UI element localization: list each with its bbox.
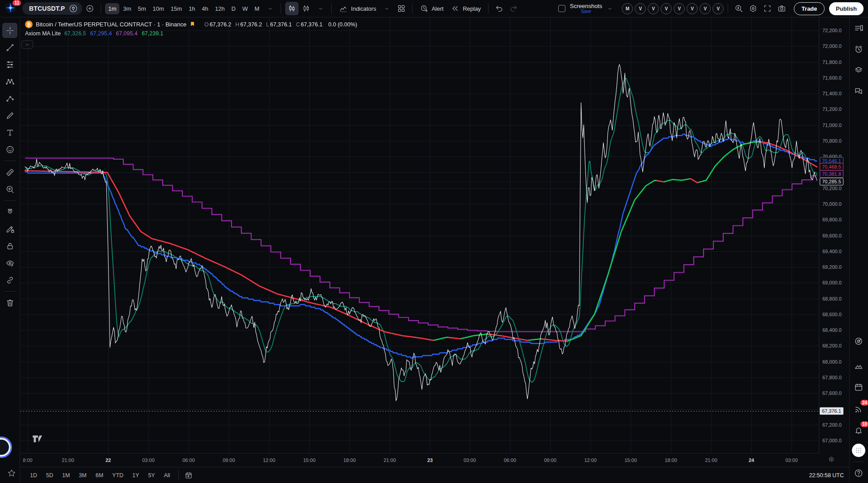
apps-button[interactable] bbox=[852, 444, 865, 457]
legend-collapse-button[interactable] bbox=[21, 40, 33, 49]
help-button[interactable] bbox=[852, 467, 865, 479]
link-icon bbox=[5, 275, 15, 285]
trend-line-tool[interactable] bbox=[2, 40, 17, 55]
screener-button[interactable] bbox=[852, 335, 865, 347]
range-1y[interactable]: 1Y bbox=[128, 470, 143, 480]
symbol-title[interactable]: Bitcoin / TetherUS PERPETUAL CONTRACT · … bbox=[36, 21, 186, 28]
magnet-mode-button[interactable] bbox=[2, 204, 17, 220]
avatar-v-3[interactable]: V bbox=[661, 3, 672, 14]
timeframe-4h[interactable]: 4h bbox=[199, 3, 211, 14]
avatar-v-2[interactable]: V bbox=[648, 3, 659, 14]
alerts-panel-button[interactable] bbox=[852, 43, 865, 55]
indicators-button[interactable]: Indicators bbox=[336, 2, 379, 15]
range-3m[interactable]: 3M bbox=[75, 470, 90, 480]
timeframe-12h[interactable]: 12h bbox=[212, 3, 228, 14]
emoji-tool[interactable] bbox=[2, 142, 17, 157]
fib-retracement-tool[interactable] bbox=[2, 57, 17, 72]
price-axis[interactable]: 72,200.072,000.071,800.071,600.071,400.0… bbox=[819, 17, 850, 453]
redo-button[interactable] bbox=[507, 2, 520, 15]
forecast-tool[interactable] bbox=[2, 91, 17, 106]
avatar-v-7[interactable]: V bbox=[712, 3, 724, 14]
axis-settings-gear-icon[interactable] bbox=[828, 456, 835, 463]
avatar-v-5[interactable]: V bbox=[687, 3, 698, 14]
price-tick: 72,200.0 bbox=[822, 28, 842, 33]
time-axis[interactable]: 8:0021:002203:0006:0009:0012:0015:0018:0… bbox=[21, 453, 819, 467]
market-status-flag-icon[interactable] bbox=[190, 21, 196, 28]
timeframe-3m[interactable]: 3m bbox=[120, 3, 134, 14]
brush-tool[interactable] bbox=[2, 108, 17, 123]
zoom-in-tool[interactable] bbox=[2, 182, 17, 197]
layout-grid-button[interactable] bbox=[395, 2, 408, 15]
go-to-date-button[interactable] bbox=[185, 471, 193, 479]
timeframe-5m[interactable]: 5m bbox=[135, 3, 149, 14]
chart-type-candles-button[interactable] bbox=[285, 2, 299, 15]
indicator-templates-chevron[interactable] bbox=[380, 2, 394, 15]
lock-all-drawings-button[interactable] bbox=[2, 238, 17, 254]
favorites-star-icon[interactable] bbox=[7, 468, 17, 478]
avatar-v-6[interactable]: V bbox=[699, 3, 711, 14]
timeframe-1h[interactable]: 1h bbox=[185, 3, 198, 14]
lock-icon bbox=[5, 242, 15, 251]
object-tree-button[interactable] bbox=[852, 64, 865, 76]
timeframe-10m[interactable]: 10m bbox=[150, 3, 167, 14]
range-ytd[interactable]: YTD bbox=[108, 470, 127, 480]
ma-value-0: 67,326.5 bbox=[64, 30, 86, 37]
screenshots-checkbox[interactable] bbox=[558, 5, 565, 12]
snapshot-camera-button[interactable] bbox=[775, 2, 788, 15]
main-menu-button[interactable]: 11 bbox=[4, 2, 18, 15]
publish-button[interactable]: Publish bbox=[829, 2, 864, 15]
timeframe-1m[interactable]: 1m bbox=[105, 3, 119, 14]
timeframe-menu-chevron[interactable] bbox=[263, 2, 277, 15]
undo-button[interactable] bbox=[493, 2, 506, 15]
timeframe-15m[interactable]: 15m bbox=[168, 3, 185, 14]
remove-drawings-button[interactable] bbox=[2, 295, 17, 310]
symbol-search-button[interactable]: BTCUSDT.P bbox=[22, 2, 82, 15]
stay-in-drawing-mode-button[interactable] bbox=[2, 221, 17, 237]
chart-style-button[interactable] bbox=[299, 2, 313, 15]
avatar-m-0[interactable]: M bbox=[622, 3, 633, 14]
screenshots-menu-button[interactable]: Screenshots Save bbox=[570, 3, 602, 14]
watchlist-panel-button[interactable] bbox=[852, 22, 865, 35]
settings-button[interactable] bbox=[746, 2, 760, 15]
streams-button[interactable]: 24 bbox=[852, 403, 865, 415]
timeframe-M[interactable]: M bbox=[251, 3, 262, 14]
range-all[interactable]: All bbox=[160, 470, 174, 480]
xabcd-pattern-tool[interactable] bbox=[2, 74, 17, 89]
indicator-name[interactable]: Axiom MA Lite bbox=[25, 30, 61, 37]
range-1m[interactable]: 1M bbox=[58, 470, 74, 480]
compare-symbol-button[interactable] bbox=[83, 2, 97, 15]
screenshots-chevron[interactable] bbox=[603, 2, 616, 15]
text-tool[interactable] bbox=[2, 125, 17, 140]
chart-plot-area[interactable]: ₿ Bitcoin / TetherUS PERPETUAL CONTRACT … bbox=[21, 17, 818, 453]
notifications-button[interactable]: 10 bbox=[852, 424, 865, 437]
quick-search-button[interactable] bbox=[732, 2, 746, 15]
price-tick: 67,600.0 bbox=[822, 390, 842, 396]
timeframe-D[interactable]: D bbox=[228, 3, 239, 14]
crosshair-tool[interactable] bbox=[2, 23, 17, 38]
calendar-button[interactable] bbox=[852, 381, 865, 394]
measure-tool[interactable] bbox=[2, 165, 17, 180]
range-5y[interactable]: 5Y bbox=[144, 470, 159, 480]
chart-style-chevron[interactable] bbox=[314, 2, 327, 15]
time-tick: 12:00 bbox=[259, 458, 279, 463]
alert-button[interactable]: Alert bbox=[417, 2, 447, 15]
sync-drawings-button[interactable] bbox=[2, 272, 17, 288]
alert-label: Alert bbox=[432, 5, 444, 12]
symbol-name: BTCUSDT.P bbox=[29, 5, 65, 12]
replay-button[interactable]: Replay bbox=[447, 2, 484, 15]
timeframe-W[interactable]: W bbox=[239, 3, 251, 14]
avatar-v-4[interactable]: V bbox=[674, 3, 685, 14]
avatar-v-1[interactable]: V bbox=[635, 3, 646, 14]
range-5d[interactable]: 5D bbox=[42, 470, 57, 480]
trade-button[interactable]: Trade bbox=[794, 2, 825, 15]
ohlc-key: L bbox=[266, 21, 269, 28]
chat-panel-button[interactable] bbox=[852, 85, 865, 97]
range-6m[interactable]: 6M bbox=[92, 470, 107, 480]
bell-icon bbox=[854, 426, 864, 436]
range-1d[interactable]: 1D bbox=[26, 470, 41, 480]
fullscreen-button[interactable] bbox=[761, 2, 774, 15]
utc-clock[interactable]: 22:50:58 UTC bbox=[809, 472, 844, 479]
hide-drawings-button[interactable] bbox=[2, 255, 17, 271]
price-chart-canvas[interactable] bbox=[21, 17, 818, 453]
pine-scripts-button[interactable] bbox=[852, 360, 865, 372]
